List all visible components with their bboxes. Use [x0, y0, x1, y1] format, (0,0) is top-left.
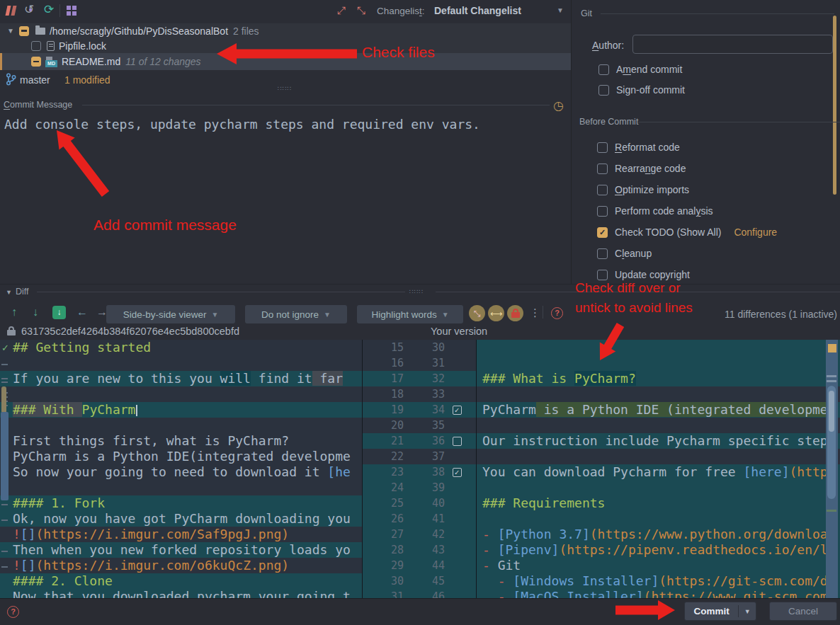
collapse-icon[interactable]: ⤡ — [357, 4, 365, 17]
include-change-checkbox[interactable]: ✓ — [453, 406, 462, 415]
tree-row-root[interactable]: ▼ /home/scragly/Github/PyDisSeasonalBot … — [0, 23, 571, 38]
gutter-row: 2641 — [363, 511, 476, 527]
root-checkbox[interactable] — [19, 26, 29, 36]
cancel-button[interactable]: Cancel — [769, 602, 837, 621]
diff-right-pane[interactable]: ### What is PyCharm?PyCharm is a Python … — [477, 340, 840, 605]
gutter-row: 2035 — [363, 418, 476, 433]
option-perform-code-analysis[interactable]: Perform code analysis — [597, 205, 713, 217]
code-segment: ### With — [13, 402, 82, 417]
line-number-left: 15 — [363, 341, 416, 354]
help-icon[interactable]: ? — [551, 307, 563, 319]
option-check-todo-show-all-[interactable]: ✓Check TODO (Show All)Configure — [597, 227, 777, 238]
commit-changes-window: ↺ ⟳ ⤢ ⤡ Changelist: Default Changelist ▼… — [0, 0, 840, 625]
diff-line: So now your going to need to download it… — [0, 464, 362, 480]
expand-icon[interactable]: ⤢ — [337, 4, 346, 17]
checkbox[interactable] — [598, 85, 609, 96]
checkbox[interactable] — [598, 64, 609, 75]
gutter-row: 1833 — [363, 386, 476, 402]
synchronize-scrolling-icon[interactable]: ⟷ — [488, 305, 504, 321]
code-segment: Git — [498, 558, 521, 573]
group-by-icon[interactable] — [67, 6, 76, 16]
git-section-title: Git — [581, 8, 592, 18]
splitter-grip[interactable]: ∷∷∷ — [278, 85, 292, 92]
gutter-row: 2540 — [363, 495, 476, 511]
diff-line: ### With PyCharm — [0, 402, 362, 418]
checkbox[interactable]: ✓ — [597, 227, 608, 238]
chevron-expanded-icon[interactable]: ▼ — [7, 27, 14, 35]
toolbar-separator — [543, 306, 543, 319]
option-amend-commit[interactable]: Amend commit — [598, 64, 682, 75]
diff-line — [477, 355, 840, 371]
refresh-icon[interactable]: ⟳ — [44, 2, 54, 17]
checkbox[interactable] — [597, 185, 608, 195]
left-scrollbar-thumb[interactable] — [1, 412, 8, 500]
line-number-left: 29 — [363, 559, 416, 572]
diff-scrollbar-track[interactable] — [826, 340, 838, 598]
checkbox[interactable] — [597, 248, 608, 259]
message-history-icon[interactable]: ◷ — [553, 98, 564, 113]
line-number-right: 36 — [416, 435, 445, 447]
diff-line: - Git — [477, 558, 840, 573]
help-icon[interactable]: ? — [7, 606, 19, 618]
diff-collapse-icon[interactable]: ▼ — [6, 289, 12, 296]
highlight-mode-dropdown[interactable]: Highlight words▼ — [357, 305, 463, 323]
diff-line: ![](https://i.imgur.com/Saf9pgJ.png) — [0, 527, 362, 542]
disable-editing-icon[interactable] — [507, 305, 523, 321]
code-segment: [Python 3.7] — [498, 527, 590, 541]
diff-left-pane[interactable]: ## Getting startedIf you are new to this… — [0, 340, 363, 605]
modified-count[interactable]: 1 modified — [64, 74, 110, 86]
tree-row-readme[interactable]: MD README.md 11 of 12 changes — [0, 53, 571, 70]
tree-row-pipfile[interactable]: Pipfile.lock — [0, 38, 571, 53]
line-number-left: 27 — [363, 528, 416, 541]
include-change-checkbox[interactable]: ✓ — [453, 468, 462, 477]
diff-line: ## Getting started — [0, 340, 362, 355]
checkbox[interactable] — [597, 142, 608, 153]
checkbox[interactable] — [597, 164, 608, 174]
code-segment: - — [482, 558, 498, 573]
line-number-left: 23 — [363, 466, 416, 478]
splitter-grip[interactable]: ∷∷∷ — [409, 288, 424, 295]
checkbox[interactable] — [597, 206, 608, 217]
previous-difference-icon[interactable]: ↑ — [11, 306, 17, 319]
readme-checkbox[interactable] — [31, 57, 41, 67]
commit-button[interactable]: Commit ▼ — [684, 602, 756, 621]
changelist-select[interactable]: Default Changelist — [434, 5, 521, 16]
line-number-right: 45 — [416, 575, 445, 587]
before-commit-section-title: Before Commit — [579, 117, 638, 127]
commit-button-label[interactable]: Commit — [685, 606, 738, 617]
more-options-icon[interactable]: ⋮ — [530, 306, 540, 319]
option-reformat-code[interactable]: Reformat code — [597, 142, 680, 153]
previous-change-icon[interactable]: ← — [76, 306, 88, 319]
code-segment: [] — [21, 558, 36, 573]
author-input[interactable] — [632, 35, 833, 54]
diff-line: #### 1. Fork — [0, 495, 362, 511]
panel-scrollbar[interactable] — [833, 16, 836, 195]
gutter-row: 2742 — [363, 527, 476, 542]
viewer-mode-dropdown[interactable]: Side-by-side viewer▼ — [106, 305, 235, 323]
branch-name[interactable]: master — [20, 74, 50, 86]
commit-dropdown-icon[interactable]: ▼ — [739, 608, 756, 615]
commit-toolwindow-icon[interactable] — [6, 5, 17, 16]
whitespace-dropdown[interactable]: Do not ignore▼ — [245, 305, 347, 323]
next-difference-icon[interactable]: ↓ — [33, 306, 38, 319]
diff-line — [477, 449, 840, 464]
diff-line: PyCharm is a Python IDE(integrated devel… — [0, 449, 362, 464]
code-segment: #### 1. Fork — [13, 495, 105, 510]
option-optimize-imports[interactable]: Optimize imports — [597, 184, 689, 195]
option-cleanup[interactable]: Cleanup — [597, 248, 652, 259]
option-sign-off-commit[interactable]: Sign-off commit — [598, 84, 685, 96]
commit-message-input[interactable]: Add console steps, update pycharm steps … — [4, 117, 480, 132]
chevron-down-icon[interactable]: ▼ — [557, 6, 564, 14]
rollback-icon[interactable]: ↺ — [24, 2, 34, 17]
gutter-row: 2439 — [363, 480, 476, 495]
configure-link[interactable]: Configure — [734, 227, 777, 238]
include-change-checkbox[interactable] — [453, 437, 462, 446]
option-update-copyright[interactable]: Update copyright — [597, 269, 690, 280]
checkbox[interactable] — [597, 270, 608, 280]
code-segment: ! — [13, 527, 21, 541]
option-label: Optimize imports — [615, 184, 689, 195]
pipfile-checkbox[interactable] — [31, 41, 41, 51]
jump-to-source-icon[interactable]: ↓ — [52, 306, 66, 319]
collapse-unchanged-icon[interactable]: ⤡ — [469, 305, 485, 321]
option-rearrange-code[interactable]: Rearrange code — [597, 163, 686, 174]
